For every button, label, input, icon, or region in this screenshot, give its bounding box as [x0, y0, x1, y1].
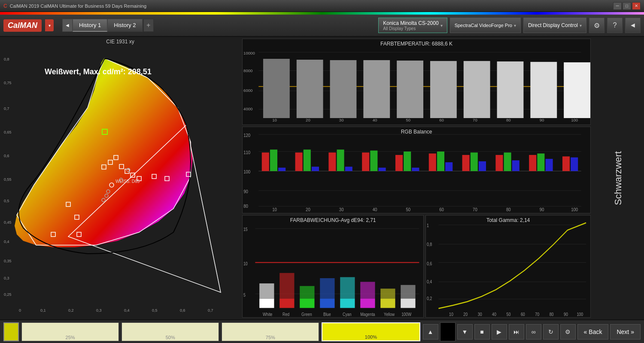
svg-text:Red: Red — [283, 311, 289, 316]
svg-text:100: 100 — [243, 170, 250, 174]
svg-text:0,2: 0,2 — [68, 308, 74, 313]
right-panel: FARBTEMPERATUR: 6888,6 K 10000 8000 6000… — [240, 37, 592, 319]
svg-text:0,75: 0,75 — [4, 81, 12, 85]
svg-rect-109 — [504, 153, 511, 171]
svg-rect-98 — [379, 168, 386, 171]
svg-text:20: 20 — [306, 118, 310, 122]
svg-rect-61 — [430, 61, 457, 118]
swatch-25[interactable]: 25% — [21, 322, 119, 341]
help-button[interactable]: ? — [607, 18, 623, 33]
svg-rect-137 — [279, 273, 294, 299]
device2-dropdown[interactable]: SpectraCal VideoForge Pro ▾ — [450, 18, 521, 33]
svg-rect-97 — [370, 151, 377, 171]
svg-rect-93 — [328, 153, 336, 171]
svg-text:10: 10 — [272, 118, 277, 122]
settings-button[interactable]: ⚙ — [589, 18, 605, 33]
svg-text:60: 60 — [521, 311, 525, 316]
svg-rect-59 — [363, 60, 390, 118]
current-swatch-indicator[interactable] — [3, 322, 19, 341]
svg-text:10: 10 — [449, 311, 453, 316]
loop-button[interactable]: ∞ — [526, 324, 541, 340]
svg-text:90: 90 — [243, 189, 248, 194]
swatch-75[interactable]: 75% — [222, 322, 319, 341]
svg-rect-65 — [564, 62, 590, 118]
svg-rect-92 — [312, 167, 319, 171]
cie-canvas-wrap: 0,8 0,75 0,7 0,65 0,6 0,55 0,5 0,45 0,4 … — [2, 46, 234, 316]
svg-text:0,45: 0,45 — [4, 220, 12, 225]
svg-text:0,25: 0,25 — [4, 292, 12, 297]
history-tab-1[interactable]: History 1 — [73, 19, 107, 32]
svg-rect-105 — [462, 155, 470, 171]
svg-text:Green: Green — [301, 311, 312, 316]
de-chart-title: FARBABWEICHUNG-Avg dE94: 2,71 — [243, 217, 423, 223]
svg-rect-112 — [537, 154, 544, 171]
svg-rect-139 — [300, 286, 314, 298]
next-button[interactable]: Next » — [610, 324, 641, 340]
svg-text:4000: 4000 — [243, 106, 252, 111]
svg-rect-88 — [270, 150, 277, 171]
svg-rect-145 — [360, 282, 375, 298]
svg-text:80: 80 — [506, 118, 511, 122]
device1-name: Konica Minolta CS-2000 — [383, 20, 438, 26]
svg-text:0,4: 0,4 — [427, 279, 432, 284]
svg-rect-96 — [362, 153, 369, 171]
svg-text:1: 1 — [427, 223, 429, 228]
svg-rect-99 — [395, 155, 403, 171]
svg-text:30: 30 — [339, 118, 344, 122]
back-button[interactable]: « Back — [577, 324, 609, 340]
settings-icon: ⚙ — [594, 21, 600, 30]
svg-text:0,7: 0,7 — [208, 308, 213, 313]
svg-rect-58 — [330, 60, 357, 118]
collapse-button[interactable]: ◄ — [625, 18, 641, 33]
maximize-button[interactable]: □ — [623, 2, 631, 10]
device2-arrow-icon: ▾ — [514, 23, 516, 28]
svg-text:10: 10 — [243, 261, 248, 266]
svg-rect-134 — [259, 298, 274, 308]
svg-text:15: 15 — [243, 227, 248, 232]
settings2-button[interactable]: ⚙ — [560, 324, 576, 340]
svg-rect-90 — [295, 153, 303, 171]
scroll-up-button[interactable]: ▲ — [423, 324, 438, 340]
minimize-button[interactable]: ─ — [613, 2, 622, 10]
svg-text:50: 50 — [406, 118, 410, 122]
svg-text:50: 50 — [507, 311, 511, 316]
svg-text:100: 100 — [571, 118, 578, 122]
device3-dropdown[interactable]: Direct Display Control ▾ — [523, 18, 586, 33]
chart-bottom: FARBABWEICHUNG-Avg dE94: 2,71 15 10 5 — [242, 215, 591, 318]
svg-text:100W: 100W — [401, 311, 412, 316]
svg-rect-56 — [263, 59, 290, 118]
svg-rect-113 — [546, 159, 553, 171]
skip-button[interactable]: ⏭ — [509, 324, 524, 340]
logo-dropdown[interactable]: ▾ — [45, 19, 54, 31]
svg-text:0,4: 0,4 — [4, 240, 9, 244]
play-button[interactable]: ▶ — [492, 324, 507, 340]
swatch-50[interactable]: 50% — [122, 322, 219, 341]
svg-rect-91 — [304, 150, 311, 171]
close-button[interactable]: ✕ — [632, 2, 641, 10]
svg-rect-95 — [345, 167, 352, 171]
device1-dropdown[interactable]: Konica Minolta CS-2000 All Display Types… — [378, 18, 447, 33]
de-chart-panel: FARBABWEICHUNG-Avg dE94: 2,71 15 10 5 — [242, 215, 424, 318]
svg-rect-116 — [571, 158, 578, 171]
scroll-down-button[interactable]: ▼ — [457, 324, 473, 340]
weisswert-label: Weißwert, Max. cd/m²: 208,51 — [45, 67, 152, 76]
svg-rect-60 — [397, 61, 423, 118]
temp-chart-title: FARBTEMPERATUR: 6888,6 K — [243, 41, 590, 47]
refresh-button[interactable]: ↻ — [543, 324, 559, 340]
stop-button[interactable]: ■ — [474, 324, 490, 340]
svg-text:90: 90 — [540, 118, 544, 122]
nav-back-button[interactable]: ◄ — [62, 19, 73, 32]
temp-chart-panel: FARBTEMPERATUR: 6888,6 K 10000 8000 6000… — [242, 39, 591, 125]
svg-text:0,5: 0,5 — [4, 199, 9, 203]
history-tab-2[interactable]: History 2 — [107, 19, 142, 32]
svg-text:100: 100 — [577, 311, 583, 316]
collapse-icon: ◄ — [629, 21, 636, 29]
svg-rect-103 — [437, 152, 444, 171]
bottom-controls: ▲ ▼ ■ ▶ ⏭ ∞ ↻ ⚙ « Back Next » — [423, 322, 641, 341]
svg-text:30: 30 — [339, 207, 344, 212]
svg-rect-106 — [471, 153, 478, 171]
svg-text:60: 60 — [439, 118, 444, 122]
swatch-100[interactable]: 100% — [322, 322, 420, 341]
svg-text:20: 20 — [464, 311, 468, 316]
add-tab-button[interactable]: + — [143, 19, 154, 32]
